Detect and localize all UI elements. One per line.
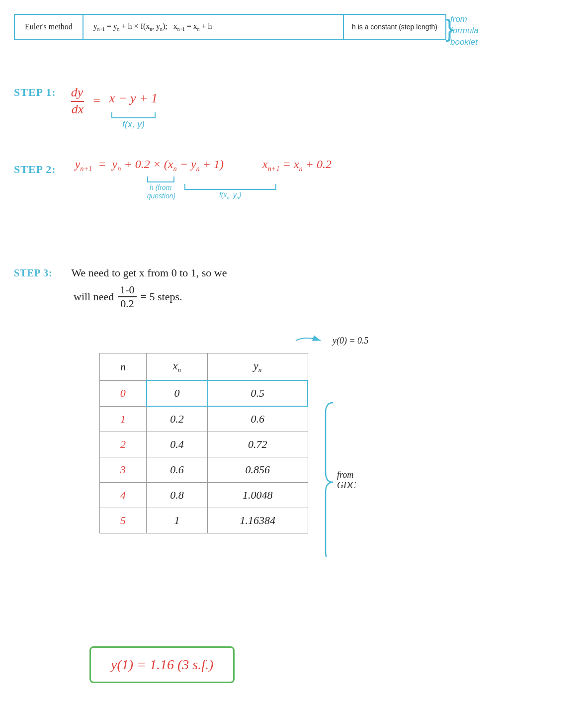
table-row: 5 1 1.16384 xyxy=(100,508,308,533)
table-cell-n: 5 xyxy=(100,508,147,533)
from-gdc-group: from GDC xyxy=(323,398,363,559)
dy-dx-fraction: dy dx xyxy=(71,85,84,117)
step3-section: STEP 3: We need to get x from 0 to 1, so… xyxy=(14,259,227,310)
y0-arrow-svg xyxy=(291,333,331,348)
formula-expression: yn+1 = yn + h × f(xn, yn); xn+1 = xn + h xyxy=(84,15,343,39)
step1-label: STEP 1: xyxy=(14,86,56,99)
table-row: 3 0.6 0.856 xyxy=(100,457,308,483)
fxy-underbrace: f(x, y) xyxy=(109,112,158,130)
table-cell-yn: 0.72 xyxy=(207,432,308,457)
table-cell-n: 1 xyxy=(100,406,147,432)
table-row: 0 0 0.5 xyxy=(100,380,308,406)
table-cell-n: 2 xyxy=(100,432,147,457)
step2-label: STEP 2: xyxy=(14,163,56,176)
step2-yn1: yn+1 = yn + 0.2 × (xn − yn + 1) xyxy=(75,158,224,171)
step1-expression: x − y + 1 xyxy=(109,91,158,105)
euler-table: n xn yn 0 0 0.5 1 0.2 0.6 2 0.4 0.72 3 0… xyxy=(99,353,308,533)
step3-label: STEP 3: xyxy=(14,267,53,279)
table-row: 2 0.4 0.72 xyxy=(100,432,308,457)
h-underbrace: h (fromquestion) xyxy=(147,176,174,200)
step2-xn1: xn+1 = xn + 0.2 xyxy=(248,158,332,173)
table-cell-xn: 0.2 xyxy=(147,406,208,432)
table-cell-xn: 0.8 xyxy=(147,483,208,508)
table-cell-xn: 0 xyxy=(147,380,208,406)
step3-line2: will need 1-0 0.2 = 5 steps. xyxy=(74,283,227,310)
fxnyn-label: f(xn, yn) xyxy=(184,191,276,200)
fxnyn-underbrace: f(xn, yn) xyxy=(184,184,276,200)
h-from-q-label: h (fromquestion) xyxy=(147,183,174,200)
y0-value: y(0) = 0.5 xyxy=(333,336,369,346)
table-cell-yn: 1.16384 xyxy=(207,508,308,533)
step1-equals: = xyxy=(93,93,100,108)
step2-section: STEP 2: yn+1 = yn + 0.2 × (xn − yn + 1) … xyxy=(14,154,332,176)
from-formula-booklet-label: from formula booklet xyxy=(450,14,479,48)
table-cell-xn: 0.4 xyxy=(147,432,208,457)
table-cell-n: 4 xyxy=(100,483,147,508)
table-header-xn: xn xyxy=(147,353,208,381)
table-cell-yn: 0.856 xyxy=(207,457,308,483)
y0-annotation-group: y(0) = 0.5 xyxy=(291,333,369,348)
steps-fraction: 1-0 0.2 xyxy=(118,283,136,310)
table-cell-n: 0 xyxy=(100,380,147,406)
step1-section: STEP 1: dy dx = x − y + 1 f(x, y) xyxy=(14,77,158,117)
fxy-label: f(x, y) xyxy=(109,119,158,130)
step1-expression-wrapper: x − y + 1 f(x, y) xyxy=(109,91,158,106)
step2-expression-wrapper: yn+1 = yn + 0.2 × (xn − yn + 1) h (fromq… xyxy=(75,158,224,173)
eulers-method-label: Euler's method xyxy=(15,15,84,39)
table-cell-yn: 0.5 xyxy=(207,380,308,406)
final-answer-text: y(1) = 1.16 (3 s.f.) xyxy=(111,657,213,672)
table-header-yn: yn xyxy=(207,353,308,381)
step3-line1: STEP 3: We need to get x from 0 to 1, so… xyxy=(14,259,227,279)
formula-booklet-box: Euler's method yn+1 = yn + h × f(xn, yn)… xyxy=(14,14,446,40)
table-cell-xn: 0.6 xyxy=(147,457,208,483)
table-cell-xn: 1 xyxy=(147,508,208,533)
table-cell-n: 3 xyxy=(100,457,147,483)
table-cell-yn: 0.6 xyxy=(207,406,308,432)
table-row: 1 0.2 0.6 xyxy=(100,406,308,432)
final-answer-box: y(1) = 1.16 (3 s.f.) xyxy=(89,646,235,683)
table-header-n: n xyxy=(100,353,147,381)
from-gdc-label: from GDC xyxy=(337,470,363,491)
table-row: 4 0.8 1.0048 xyxy=(100,483,308,508)
step2-row: STEP 2: yn+1 = yn + 0.2 × (xn − yn + 1) … xyxy=(14,154,332,176)
formula-note: h is a constant (step length) xyxy=(343,15,445,39)
table-cell-yn: 1.0048 xyxy=(207,483,308,508)
step3-text-line1: We need to get x from 0 to 1, so we xyxy=(72,266,227,279)
